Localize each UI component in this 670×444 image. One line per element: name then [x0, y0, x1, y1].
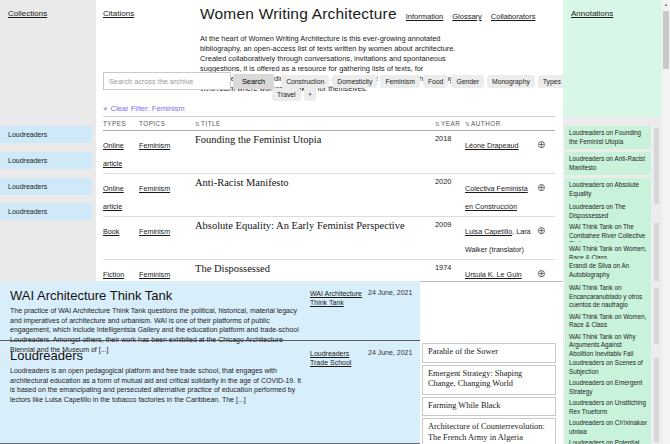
- scrollbar-track[interactable]: ▲: [662, 0, 670, 444]
- annotation-chip[interactable]: Loudreaders on Absolute Equality: [565, 178, 651, 201]
- annotation-chip[interactable]: Loudreaders on Ch'ixinakax utxiwa: [569, 419, 647, 436]
- sort-icon: ⇅: [195, 121, 200, 127]
- col-header-title-label: TITLE: [201, 120, 221, 127]
- annotations-header: Annotations: [563, 0, 662, 117]
- nav-collaborators-link[interactable]: Collaborators: [491, 12, 536, 21]
- citation-title[interactable]: The Dispossessed: [195, 260, 435, 278]
- collection-date: 24 June, 2021: [368, 349, 412, 367]
- collection-descriptions-panel: WAI Architecture Think Tank The practice…: [0, 281, 420, 444]
- collection-section-loudreaders: Loudreaders Loudreaders is an open pedag…: [0, 341, 420, 443]
- col-header-types: TYPES: [103, 117, 139, 130]
- type-link[interactable]: Online article: [103, 184, 124, 211]
- filter-feminism[interactable]: Feminism: [380, 75, 419, 88]
- list-item[interactable]: Architecture of Counterrevolution: The F…: [422, 418, 556, 444]
- list-item[interactable]: Parable of the Sower: [422, 343, 556, 363]
- collection-citations-list: Parable of the Sower Emergent Strategy: …: [422, 343, 556, 444]
- search-input[interactable]: [103, 72, 231, 90]
- annotation-chip[interactable]: Loudreaders on Founding the Feminist Uto…: [565, 126, 651, 149]
- add-citation-button[interactable]: ⊕: [537, 269, 545, 279]
- list-item[interactable]: Emergent Strategy: Shaping Change, Chang…: [422, 365, 556, 395]
- collection-chip-loudreaders[interactable]: Loudreaders: [0, 152, 92, 169]
- annotation-chip[interactable]: Loudreaders on Emergent Strategy: [569, 379, 647, 396]
- citation-title[interactable]: Anti-Racist Manifesto: [195, 174, 435, 192]
- collection-meta: Loudreaders Trade School 24 June, 2021: [310, 349, 416, 367]
- scrollbar-segment[interactable]: [654, 288, 659, 344]
- annotations-sidebar: Annotations Loudreaders on Founding the …: [563, 0, 670, 444]
- collection-chip-loudreaders[interactable]: Loudreaders: [0, 203, 92, 220]
- page: Collections Loudreaders Loudreaders Loud…: [0, 0, 670, 444]
- scrollbar-segment[interactable]: [654, 128, 659, 204]
- collection-title: WAI Architecture Think Tank: [10, 288, 172, 303]
- topic-link[interactable]: Feminism: [139, 227, 170, 236]
- annotation-chip[interactable]: WAI Think Tank on Encancaranublado y otr…: [569, 284, 647, 310]
- type-link[interactable]: Fiction: [103, 270, 124, 279]
- annotation-chip[interactable]: Loudreaders on Potential History: [569, 439, 647, 444]
- filter-food[interactable]: Food: [423, 75, 449, 88]
- collection-citations-panel: Parable of the Sower Emergent Strategy: …: [420, 281, 563, 444]
- topic-link[interactable]: Feminism: [139, 184, 170, 193]
- filter-construction[interactable]: Construction: [281, 75, 329, 88]
- col-header-year[interactable]: ⇅YEAR: [435, 117, 465, 130]
- author-link[interactable]: Luisa Capetillo: [465, 227, 512, 236]
- types-dropdown-label: Types: [543, 78, 561, 85]
- annotation-chip[interactable]: Erandi de Silva on An Autobiography: [565, 259, 651, 282]
- annotation-chip[interactable]: Loudreaders on Unstitching Rex Trueform: [569, 399, 647, 416]
- col-header-author[interactable]: ⇅AUTHOR: [465, 117, 537, 130]
- collection-description: Loudreaders is an open pedagogical platf…: [10, 366, 306, 405]
- scrollbar-segment[interactable]: [654, 358, 659, 442]
- close-icon: ×: [103, 104, 107, 113]
- filter-monography[interactable]: Monography: [487, 75, 535, 88]
- citation-title[interactable]: Absolute Equality: An Early Feminist Per…: [195, 217, 435, 235]
- scroll-up-icon[interactable]: ▲: [662, 1, 670, 9]
- type-link[interactable]: Online article: [103, 141, 124, 168]
- scrollbar-segment[interactable]: [654, 223, 659, 281]
- collection-chip-loudreaders[interactable]: Loudreaders: [0, 126, 92, 143]
- citations-link[interactable]: Citations: [103, 9, 134, 18]
- collection-chip-loudreaders[interactable]: Loudreaders: [0, 178, 92, 195]
- list-item[interactable]: Farming While Black: [422, 397, 556, 417]
- filter-chips-row2: Travel ▾: [272, 88, 316, 101]
- citation-year: 2018: [435, 131, 465, 146]
- annotation-chip[interactable]: Loudreaders on Anti-Racist Manifesto: [565, 152, 651, 175]
- add-citation-button[interactable]: ⊕: [537, 226, 545, 236]
- more-filters-dropdown[interactable]: ▾: [304, 88, 317, 101]
- author-link[interactable]: Colectiva Feminista en Construcción: [465, 184, 528, 211]
- annotation-chip[interactable]: WAI Think Tank on Women, Race & Class: [569, 313, 647, 330]
- col-header-year-label: YEAR: [441, 120, 460, 127]
- add-citation-button[interactable]: ⊕: [537, 140, 545, 150]
- topic-link[interactable]: Feminism: [139, 141, 170, 150]
- collection-date: 24 June, 2021: [368, 289, 412, 307]
- table-header-row: TYPES TOPICS ⇅TITLE ⇅YEAR ⇅AUTHOR: [103, 116, 555, 131]
- add-citation-button[interactable]: ⊕: [537, 183, 545, 193]
- collection-section-wai: WAI Architecture Think Tank The practice…: [0, 281, 420, 341]
- sort-icon: ⇅: [435, 121, 440, 127]
- author-link[interactable]: Ursula K. Le Guin: [465, 270, 522, 279]
- annotations-link[interactable]: Annotations: [571, 9, 613, 18]
- annotation-group-wai: WAI Think Tank on Encancaranublado y otr…: [565, 281, 651, 364]
- citation-year: 2020: [435, 174, 465, 189]
- page-header: Women Writing Architecture Information G…: [200, 5, 535, 23]
- filter-travel[interactable]: Travel: [272, 88, 301, 101]
- topic-link[interactable]: Feminism: [139, 270, 170, 279]
- author-link[interactable]: Léone Drapeaud: [465, 141, 519, 150]
- scrollbar-thumb[interactable]: [663, 11, 669, 69]
- annotation-chip[interactable]: Loudreaders on Scenes of Subjection: [569, 359, 647, 376]
- nav-glossary-link[interactable]: Glossary: [452, 12, 482, 21]
- filter-domesticity[interactable]: Domesticity: [332, 75, 377, 88]
- collection-link-wai[interactable]: WAI Architecture Think Tank: [310, 289, 362, 307]
- clear-filter-label: Clear Filter: Feminism: [110, 104, 184, 113]
- clear-filter-link[interactable]: ×Clear Filter: Feminism: [103, 104, 185, 113]
- filter-gender[interactable]: Gender: [451, 75, 484, 88]
- search-button[interactable]: Search: [233, 74, 274, 89]
- collections-link[interactable]: Collections: [8, 9, 47, 18]
- col-header-title[interactable]: ⇅TITLE: [195, 117, 435, 130]
- col-header-topics: TOPICS: [139, 117, 195, 130]
- nav-information-link[interactable]: Information: [406, 12, 444, 21]
- annotation-group-loudreaders: Loudreaders on Scenes of Subjection Loud…: [565, 356, 651, 444]
- annotation-chip[interactable]: WAI Think Tank on Why Arguments Against …: [569, 333, 647, 359]
- col-header-author-label: AUTHOR: [471, 120, 501, 127]
- type-link[interactable]: Book: [103, 227, 119, 236]
- collection-link-loudreaders[interactable]: Loudreaders Trade School: [310, 349, 362, 367]
- citation-title[interactable]: Founding the Feminist Utopia: [195, 131, 435, 149]
- citation-year: 2009: [435, 217, 465, 232]
